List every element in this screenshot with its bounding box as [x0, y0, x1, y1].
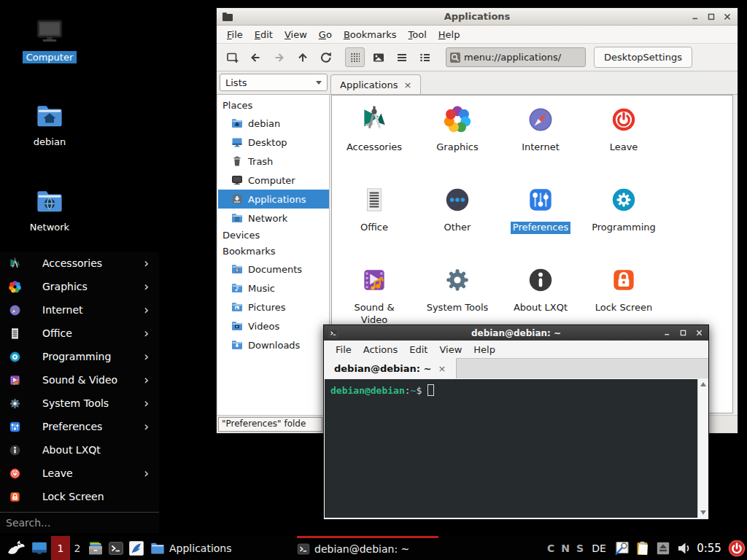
preferences-icon — [8, 420, 22, 434]
menu-tool[interactable]: Tool — [403, 27, 433, 42]
new-tab-button[interactable] — [222, 47, 242, 67]
maximize-button[interactable] — [678, 328, 688, 338]
side-item-music[interactable]: Music — [218, 279, 329, 298]
menu-item-sound-video[interactable]: Sound & Video› — [0, 368, 159, 392]
workspace-2-button[interactable]: 2 — [70, 536, 85, 560]
desktop-icon-debian[interactable]: debian — [15, 102, 85, 148]
grid-item-programming[interactable]: Programming — [582, 183, 665, 263]
terminal-screen[interactable]: debian@debian:~$ — [325, 379, 697, 518]
side-item-network[interactable]: Network — [218, 209, 329, 228]
computer-icon — [35, 16, 64, 45]
side-pane-mode-select[interactable]: Lists — [220, 74, 328, 91]
main-menu-button[interactable] — [4, 536, 28, 560]
menu-item-internet[interactable]: Internet› — [0, 298, 159, 322]
grid-item-graphics[interactable]: Graphics — [416, 103, 499, 183]
quicklaunch-featherpad[interactable] — [127, 536, 146, 560]
tray-screenshot[interactable] — [613, 536, 630, 560]
menu-file[interactable]: File — [330, 342, 357, 357]
tray-removable-media[interactable] — [654, 536, 672, 560]
menu-item-programming[interactable]: Programming› — [0, 345, 159, 368]
address-input[interactable] — [464, 52, 573, 63]
menu-item-preferences[interactable]: Preferences› — [0, 415, 159, 438]
clock[interactable]: 0:55 — [694, 536, 724, 560]
tab-close-icon[interactable]: × — [403, 79, 411, 90]
compact-view-button[interactable] — [392, 47, 411, 67]
leave-button[interactable] — [727, 536, 747, 560]
submenu-arrow-icon: › — [144, 327, 149, 340]
maximize-button[interactable] — [706, 12, 716, 22]
menu-item-office[interactable]: Office› — [0, 322, 159, 345]
forward-button[interactable] — [269, 47, 289, 67]
side-item-trash[interactable]: Trash — [218, 152, 329, 171]
grid-item-accessories[interactable]: Accessories — [333, 103, 416, 183]
menu-item-about-lxqt[interactable]: About LXQt — [0, 438, 159, 462]
tray-clipboard[interactable] — [633, 536, 652, 560]
forward-arrow-icon — [273, 51, 286, 64]
side-item-desktop[interactable]: Desktop — [218, 133, 329, 152]
menu-item-graphics[interactable]: Graphics› — [0, 275, 159, 298]
back-button[interactable] — [246, 47, 266, 67]
menu-bookmarks[interactable]: Bookmarks — [338, 27, 403, 42]
menu-view[interactable]: View — [279, 27, 313, 42]
minimize-button[interactable] — [690, 12, 700, 22]
show-desktop-button[interactable] — [29, 536, 50, 560]
keyboard-layout-button[interactable]: DE — [588, 536, 610, 560]
thumbnail-view-button[interactable] — [368, 47, 388, 67]
tab-label: Applications — [340, 79, 398, 90]
tray-volume[interactable] — [675, 536, 694, 560]
side-item-videos[interactable]: Videos — [218, 316, 329, 335]
side-item-documents[interactable]: Documents — [218, 260, 329, 279]
task-button-applications[interactable]: Applications — [150, 536, 260, 560]
terminal-tab[interactable]: debian@debian: ~ × — [324, 358, 457, 378]
detailed-view-button[interactable] — [415, 47, 435, 67]
address-bar[interactable] — [446, 47, 586, 67]
workspace-1-button[interactable]: 1 — [51, 536, 70, 560]
reload-button[interactable] — [316, 47, 336, 67]
menu-actions[interactable]: Actions — [357, 342, 404, 357]
desktop-settings-button[interactable]: DesktopSettings — [594, 47, 692, 68]
fm-titlebar[interactable]: Applications — [217, 8, 738, 26]
close-button[interactable] — [722, 12, 732, 22]
keyboard-indicator[interactable]: C N S — [543, 536, 588, 560]
grid-item-office[interactable]: Office — [333, 183, 416, 263]
menu-item-lock-screen[interactable]: Lock Screen — [0, 485, 159, 508]
grid-item-internet[interactable]: Internet — [499, 103, 582, 183]
menu-help[interactable]: Help — [433, 27, 466, 42]
menu-go[interactable]: Go — [313, 27, 338, 42]
task-button-terminal[interactable]: debian@debian: ~ — [297, 536, 438, 560]
menu-help[interactable]: Help — [468, 342, 501, 357]
tab-close-icon[interactable]: × — [438, 363, 446, 374]
side-item-computer[interactable]: Computer — [218, 171, 329, 190]
quicklaunch-file-manager[interactable] — [86, 536, 105, 560]
grid-item-other[interactable]: Other — [416, 183, 499, 263]
menu-item-leave[interactable]: Leave› — [0, 462, 159, 485]
scroll-down-icon[interactable] — [700, 510, 706, 515]
tab-applications[interactable]: Applications × — [330, 74, 421, 94]
desktop-icon-network[interactable]: Network — [15, 187, 85, 233]
menu-item-accessories[interactable]: Accessories› — [0, 252, 159, 275]
side-item-applications[interactable]: Applications — [218, 190, 329, 209]
minimize-button[interactable] — [662, 328, 672, 338]
menu-edit[interactable]: Edit — [249, 27, 279, 42]
side-item-downloads[interactable]: Downloads — [218, 335, 329, 354]
terminal-scrollbar[interactable] — [697, 379, 708, 518]
menu-view[interactable]: View — [433, 342, 468, 357]
close-button[interactable] — [694, 328, 704, 338]
menu-item-system-tools[interactable]: System Tools› — [0, 392, 159, 415]
grid-view-icon — [349, 51, 362, 64]
terminal-titlebar[interactable]: debian@debian: ~ — [324, 325, 708, 341]
menu-file[interactable]: File — [221, 27, 249, 42]
side-item-pictures[interactable]: Pictures — [218, 298, 329, 316]
workspace-number: 2 — [74, 542, 81, 554]
quicklaunch-terminal[interactable] — [107, 536, 125, 560]
menu-search-input[interactable] — [0, 517, 146, 529]
up-button[interactable] — [293, 47, 312, 67]
grid-item-leave[interactable]: Leave — [582, 103, 665, 183]
menu-edit[interactable]: Edit — [403, 342, 433, 357]
icon-view-button[interactable] — [345, 47, 365, 67]
desktop-icon-computer[interactable]: Computer — [15, 16, 85, 63]
scroll-up-icon[interactable] — [700, 382, 706, 386]
side-item-label: Pictures — [248, 302, 285, 313]
grid-item-preferences[interactable]: Preferences — [499, 183, 582, 263]
side-item-home[interactable]: debian — [218, 114, 329, 133]
